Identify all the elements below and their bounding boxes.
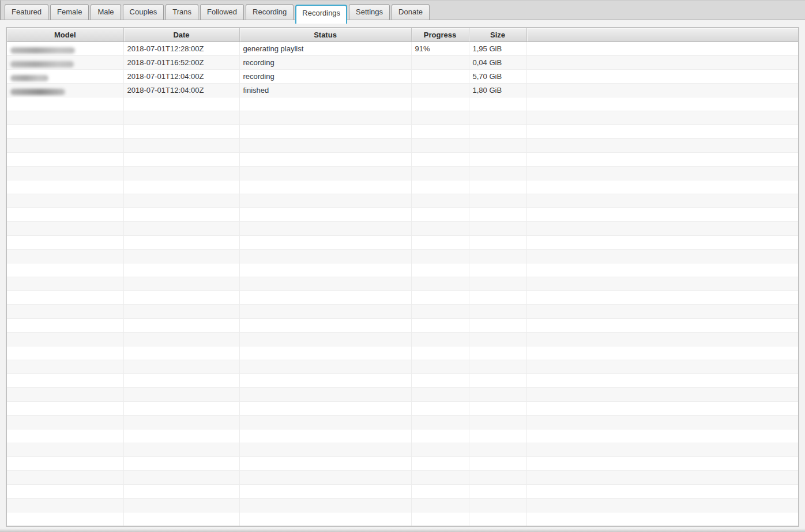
empty-cell — [526, 250, 798, 263]
empty-cell — [7, 305, 123, 319]
empty-cell — [239, 291, 411, 305]
empty-cell — [526, 263, 798, 277]
table-header: ModelDateStatusProgressSize — [7, 28, 798, 42]
empty-cell — [239, 319, 411, 333]
empty-cell — [7, 236, 123, 250]
cell-filler — [526, 56, 798, 70]
empty-row — [7, 277, 798, 291]
empty-row — [7, 388, 798, 402]
empty-row — [7, 153, 798, 167]
empty-cell — [469, 167, 526, 180]
empty-cell — [123, 222, 239, 236]
empty-cell — [239, 512, 411, 526]
empty-cell — [7, 319, 123, 333]
empty-cell — [239, 457, 411, 471]
tab-female[interactable]: Female — [50, 4, 89, 20]
empty-cell — [411, 305, 469, 319]
empty-cell — [123, 180, 239, 194]
empty-cell — [239, 333, 411, 346]
empty-cell — [239, 153, 411, 167]
empty-cell — [411, 429, 469, 443]
empty-cell — [411, 236, 469, 250]
empty-cell — [526, 180, 798, 194]
empty-cell — [411, 499, 469, 512]
tab-settings[interactable]: Settings — [349, 4, 390, 20]
column-header-size[interactable]: Size — [469, 28, 526, 42]
empty-cell — [469, 291, 526, 305]
recordings-table-frame: ModelDateStatusProgressSize 2018-07-01T1… — [6, 27, 799, 527]
empty-row — [7, 333, 798, 346]
empty-cell — [7, 443, 123, 457]
empty-row — [7, 305, 798, 319]
column-header-model[interactable]: Model — [7, 28, 123, 42]
empty-cell — [411, 167, 469, 180]
cell-size: 1,80 GiB — [469, 84, 526, 97]
empty-cell — [469, 457, 526, 471]
empty-row — [7, 402, 798, 416]
empty-cell — [7, 97, 123, 111]
recordings-table: ModelDateStatusProgressSize 2018-07-01T1… — [7, 28, 798, 526]
tab-couples[interactable]: Couples — [123, 4, 164, 20]
empty-cell — [239, 485, 411, 499]
empty-cell — [123, 263, 239, 277]
empty-cell — [7, 499, 123, 512]
empty-cell — [239, 471, 411, 485]
empty-cell — [239, 236, 411, 250]
column-header-date[interactable]: Date — [123, 28, 239, 42]
empty-cell — [411, 125, 469, 139]
empty-cell — [526, 471, 798, 485]
empty-cell — [526, 388, 798, 402]
empty-cell — [123, 485, 239, 499]
tab-featured[interactable]: Featured — [5, 4, 48, 20]
cell-model — [7, 56, 123, 70]
empty-row — [7, 97, 798, 111]
empty-cell — [239, 360, 411, 374]
empty-cell — [526, 374, 798, 388]
empty-cell — [239, 180, 411, 194]
empty-row — [7, 443, 798, 457]
column-header-status[interactable]: Status — [239, 28, 411, 42]
table-row[interactable]: 2018-07-01T16:52:00Zrecording0,04 GiB — [7, 56, 798, 70]
empty-cell — [411, 457, 469, 471]
empty-cell — [123, 291, 239, 305]
empty-cell — [123, 125, 239, 139]
tab-recording[interactable]: Recording — [246, 4, 294, 20]
cell-status: recording — [239, 56, 411, 70]
empty-cell — [7, 457, 123, 471]
empty-row — [7, 111, 798, 125]
tab-followed[interactable]: Followed — [200, 4, 244, 20]
empty-cell — [526, 512, 798, 526]
empty-cell — [123, 360, 239, 374]
empty-cell — [469, 471, 526, 485]
empty-cell — [411, 277, 469, 291]
empty-cell — [123, 153, 239, 167]
table-row[interactable]: 2018-07-01T12:04:00Zrecording5,70 GiB — [7, 70, 798, 84]
empty-cell — [7, 180, 123, 194]
empty-cell — [239, 250, 411, 263]
empty-cell — [239, 208, 411, 222]
empty-row — [7, 429, 798, 443]
cell-filler — [526, 84, 798, 97]
empty-cell — [411, 388, 469, 402]
empty-cell — [526, 139, 798, 153]
redacted-model-name — [10, 61, 74, 67]
cell-status: finished — [239, 84, 411, 97]
table-row[interactable]: 2018-07-01T12:28:00Zgenerating playlist9… — [7, 42, 798, 56]
tab-recordings[interactable]: Recordings — [295, 5, 347, 24]
tab-trans[interactable]: Trans — [165, 4, 198, 20]
tab-donate[interactable]: Donate — [392, 4, 430, 20]
empty-cell — [411, 319, 469, 333]
empty-cell — [123, 305, 239, 319]
empty-cell — [239, 139, 411, 153]
empty-cell — [239, 305, 411, 319]
empty-cell — [469, 416, 526, 429]
empty-cell — [469, 388, 526, 402]
empty-cell — [7, 167, 123, 180]
tab-male[interactable]: Male — [91, 4, 121, 20]
column-header-progress[interactable]: Progress — [411, 28, 469, 42]
table-row[interactable]: 2018-07-01T12:04:00Zfinished1,80 GiB — [7, 84, 798, 97]
empty-cell — [123, 250, 239, 263]
empty-cell — [7, 125, 123, 139]
cell-date: 2018-07-01T12:04:00Z — [123, 70, 239, 84]
empty-cell — [7, 416, 123, 429]
